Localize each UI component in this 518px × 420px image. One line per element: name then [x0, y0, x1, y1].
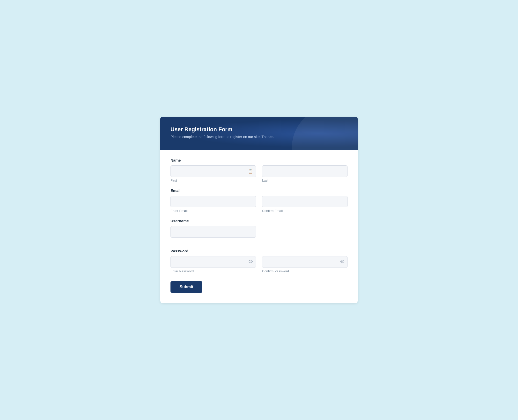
first-name-hint: First — [170, 179, 256, 182]
first-name-group: 📋 First — [170, 165, 256, 182]
confirm-password-group: Confirm Password — [262, 256, 348, 273]
first-name-wrapper: 📋 — [170, 165, 256, 177]
username-label: Username — [170, 219, 348, 223]
enter-password-wrapper — [170, 256, 256, 268]
spacer — [170, 244, 348, 249]
enter-email-group: Enter Email — [170, 196, 256, 213]
confirm-email-wrapper — [262, 196, 348, 207]
email-label: Email — [170, 188, 348, 193]
name-section: Name 📋 First Last — [170, 158, 348, 182]
name-row: 📋 First Last — [170, 165, 348, 182]
password-section: Password Enter Password — [170, 249, 348, 273]
card-body: Name 📋 First Last Email — [160, 150, 358, 303]
confirm-password-hint: Confirm Password — [262, 269, 348, 273]
username-row — [170, 226, 348, 238]
first-name-input[interactable] — [170, 165, 256, 177]
enter-password-input[interactable] — [170, 256, 256, 268]
confirm-email-input[interactable] — [262, 196, 348, 207]
password-row: Enter Password Confirm Password — [170, 256, 348, 273]
username-input[interactable] — [170, 226, 256, 238]
password-label: Password — [170, 249, 348, 253]
email-section: Email Enter Email Confirm Email — [170, 188, 348, 213]
card-header: User Registration Form Please complete t… — [160, 117, 358, 150]
enter-password-hint: Enter Password — [170, 269, 256, 273]
confirm-password-input[interactable] — [262, 256, 348, 268]
registration-card: User Registration Form Please complete t… — [160, 117, 358, 303]
submit-section: Submit — [170, 279, 348, 293]
confirm-password-wrapper — [262, 256, 348, 268]
last-name-input[interactable] — [262, 165, 348, 177]
last-name-wrapper — [262, 165, 348, 177]
submit-button[interactable]: Submit — [170, 281, 202, 293]
confirm-email-group: Confirm Email — [262, 196, 348, 213]
enter-email-input[interactable] — [170, 196, 256, 207]
username-spacer — [262, 226, 348, 238]
confirm-email-hint: Confirm Email — [262, 209, 348, 213]
email-row: Enter Email Confirm Email — [170, 196, 348, 213]
username-section: Username — [170, 219, 348, 238]
username-group — [170, 226, 256, 238]
last-name-group: Last — [262, 165, 348, 182]
enter-email-hint: Enter Email — [170, 209, 256, 213]
enter-email-wrapper — [170, 196, 256, 207]
name-label: Name — [170, 158, 348, 162]
last-name-hint: Last — [262, 179, 348, 182]
form-title: User Registration Form — [170, 126, 348, 133]
form-subtitle: Please complete the following form to re… — [170, 135, 348, 139]
enter-password-group: Enter Password — [170, 256, 256, 273]
username-wrapper — [170, 226, 256, 238]
